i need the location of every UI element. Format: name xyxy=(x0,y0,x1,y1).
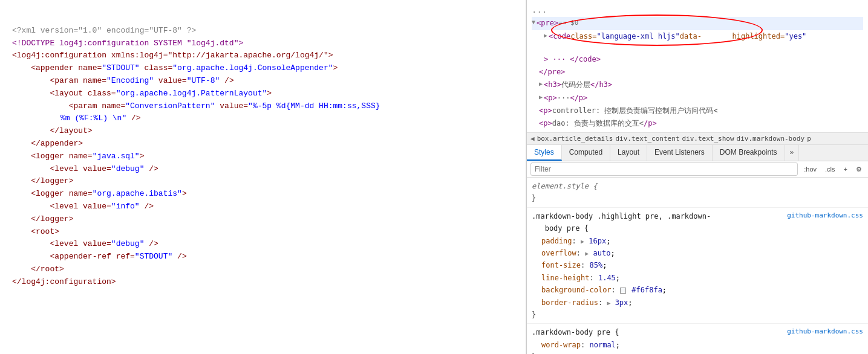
prop-overflow: overflow xyxy=(541,249,576,257)
dom-p1-close: </p> xyxy=(570,92,587,104)
xml-tag-appender: <appender name="STDOUT" class="org.apach… xyxy=(31,63,338,72)
add-style-button[interactable]: + xyxy=(841,164,850,174)
dom-h3-tag: <h3> xyxy=(544,79,561,91)
tab-event-listeners[interactable]: Event Listeners xyxy=(647,145,713,161)
breadcrumb-bar: ◀ box.article_details div.text_content d… xyxy=(527,133,868,145)
dom-p3-line: <p> dao: 负责与数据库的交互< /p> xyxy=(532,117,863,130)
dom-p1-line: ▶ <p> ··· </p> xyxy=(532,92,863,105)
breadcrumb-item-5[interactable]: p xyxy=(807,135,811,143)
source-github-1[interactable]: github-markdown.css xyxy=(787,210,863,222)
dom-h3-close: </h3> xyxy=(590,79,612,91)
filter-input[interactable] xyxy=(530,163,798,176)
dom-p3-close: /p> xyxy=(644,118,657,129)
dom-code-class-attr: class= xyxy=(570,31,596,42)
style-rule-markdown-pre2: github-markdown.css .markdown-body pre {… xyxy=(527,324,868,354)
xml-tag-logger-ibatis: <logger name="org.apache.ibatis"> xyxy=(31,189,186,198)
dom-h3-text: 代码分层 xyxy=(561,79,590,91)
tab-dom-breakpoints[interactable]: DOM Breakpoints xyxy=(713,145,785,161)
markdown-selector-1: .markdown-body .highlight pre, .markdown… xyxy=(532,212,711,233)
dom-p1-tag: <p> xyxy=(544,92,557,104)
val-overflow: auto xyxy=(593,249,611,257)
dom-code-data-attr: data- xyxy=(680,31,702,42)
xml-close-appender: </appender> xyxy=(31,139,83,148)
devtools-tabs-bar: Styles Computed Layout Event Listeners D… xyxy=(527,145,868,161)
code-editor-panel: <?xml version="1.0" encoding="UTF-8" ?> … xyxy=(0,0,526,354)
tab-more[interactable]: » xyxy=(785,145,800,161)
xml-level-info: <level value="info" /> xyxy=(50,202,154,211)
dom-dots-line: ... xyxy=(532,2,863,17)
xml-tag-log4j-config: <log4j:configuration xmlns:log4j="http:/… xyxy=(12,51,333,60)
breadcrumb-left-arrow[interactable]: ◀ xyxy=(530,135,535,143)
dom-pre-arrow[interactable]: ▼ xyxy=(532,18,535,27)
xml-tag-param-enc: <param name="Encoding" value="UTF-8" /> xyxy=(50,76,233,85)
val-padding: 16px xyxy=(589,237,606,245)
dom-code-highlighted-val: "yes" xyxy=(785,31,806,42)
prop-border-radius: border-radius xyxy=(541,298,598,307)
dom-p1-arrow[interactable]: ▶ xyxy=(539,92,543,102)
val-font-size: 85% xyxy=(589,261,602,269)
dom-code-arrow[interactable]: ▶ xyxy=(544,31,547,40)
tab-styles[interactable]: Styles xyxy=(527,145,562,161)
prop-font-size: font-size xyxy=(541,261,581,269)
val-bg-color: #f6f8fa xyxy=(631,286,662,294)
dom-p2-text: controller: 控制层负责编写控制用户访问代码< xyxy=(552,105,718,117)
padding-arrow[interactable]: ▶ xyxy=(581,238,584,245)
element-style-close: } xyxy=(532,194,536,202)
xml-tag-conversionpattern: <param name="ConversionPattern" value="%… xyxy=(12,101,380,123)
xml-pi: <?xml version="1.0" encoding="UTF-8" ?> xyxy=(12,26,196,35)
hov-button[interactable]: :hov xyxy=(801,164,819,174)
style-rule-element: element.style { } xyxy=(527,178,868,208)
breadcrumb-item-1[interactable]: box.article_details xyxy=(537,135,613,143)
val-word-wrap: normal xyxy=(589,341,615,349)
dom-code-break xyxy=(702,31,733,54)
val-border-radius: 3px xyxy=(615,298,628,307)
dom-pre-indicator: == $0 xyxy=(558,18,578,28)
xml-code-block: <?xml version="1.0" encoding="UTF-8" ?> … xyxy=(0,6,526,307)
dom-pre-close-line: </pre> xyxy=(532,66,863,79)
dom-pre-line[interactable]: ▼ <pre> == $0 xyxy=(532,17,863,30)
breadcrumb-item-4[interactable]: div.markdown-body xyxy=(737,135,805,143)
xml-tag-logger-javasql: <logger name="java.sql"> xyxy=(31,152,144,161)
dom-pre-close-tag: </pre> xyxy=(539,66,565,78)
xml-close-logger1: </logger> xyxy=(31,176,73,185)
xml-doctype: <!DOCTYPE log4j:configuration SYSTEM "lo… xyxy=(12,39,243,48)
prop-word-wrap: word-wrap xyxy=(541,341,581,349)
settings-icon-btn[interactable]: ⚙ xyxy=(853,164,864,175)
styles-panel: element.style { } github-markdown.css .m… xyxy=(527,178,868,354)
dom-code-highlighted-attr: highlighted= xyxy=(733,31,785,42)
xml-close-root: </root> xyxy=(31,265,64,274)
style-rule-markdown-pre: github-markdown.css .markdown-body .high… xyxy=(527,208,868,324)
color-swatch-f6f8fa[interactable] xyxy=(620,288,626,294)
tab-computed[interactable]: Computed xyxy=(562,145,610,161)
xml-close-log4j-config: </log4j:configuration> xyxy=(12,277,116,286)
xml-level-debug-root: <level value="debug" /> xyxy=(50,239,158,248)
tab-layout[interactable]: Layout xyxy=(610,145,647,161)
dom-code-open: <code xyxy=(549,31,570,42)
dom-h3-arrow[interactable]: ▶ xyxy=(539,79,543,89)
dom-p3-text: dao: 负责与数据库的交互< xyxy=(552,118,644,129)
val-line-height: 1.45 xyxy=(598,274,616,282)
dom-p2-line: <p> controller: 控制层负责编写控制用户访问代码< xyxy=(532,105,863,117)
dom-h3-line: ▶ <h3> 代码分层 </h3> xyxy=(532,79,863,91)
prop-padding: padding xyxy=(541,237,572,245)
xml-appender-ref: <appender-ref ref="STDOUT" /> xyxy=(50,252,186,261)
source-github-2[interactable]: github-markdown.css xyxy=(787,326,863,338)
cls-button[interactable]: .cls xyxy=(823,164,838,174)
dom-tree: ... ▼ <pre> == $0 ▶ <code class= "langua… xyxy=(527,0,868,133)
prop-line-height: line-height xyxy=(541,274,589,282)
xml-close-layout: </layout> xyxy=(50,126,92,135)
dom-code-inner: > ··· </code> xyxy=(544,54,601,65)
overflow-arrow[interactable]: ▶ xyxy=(585,250,589,257)
breadcrumb-item-2[interactable]: div.text_content xyxy=(615,135,679,143)
xml-tag-root: <root> xyxy=(31,227,59,236)
breadcrumb-item-3[interactable]: div.text_show xyxy=(682,135,734,143)
dom-code-line: ▶ <code class= "language-xml hljs" data-… xyxy=(532,30,863,66)
dom-p3-tag: <p> xyxy=(539,118,552,129)
prop-bg-color: background-color xyxy=(541,286,612,294)
border-radius-arrow[interactable]: ▶ xyxy=(607,300,610,306)
dom-tree-dots: ... xyxy=(532,3,547,16)
markdown-pre-close: } xyxy=(532,311,536,319)
element-style-selector: element.style { xyxy=(532,182,597,190)
dom-pre-tag: <pre> xyxy=(537,18,558,29)
xml-close-logger2: </logger> xyxy=(31,214,73,224)
